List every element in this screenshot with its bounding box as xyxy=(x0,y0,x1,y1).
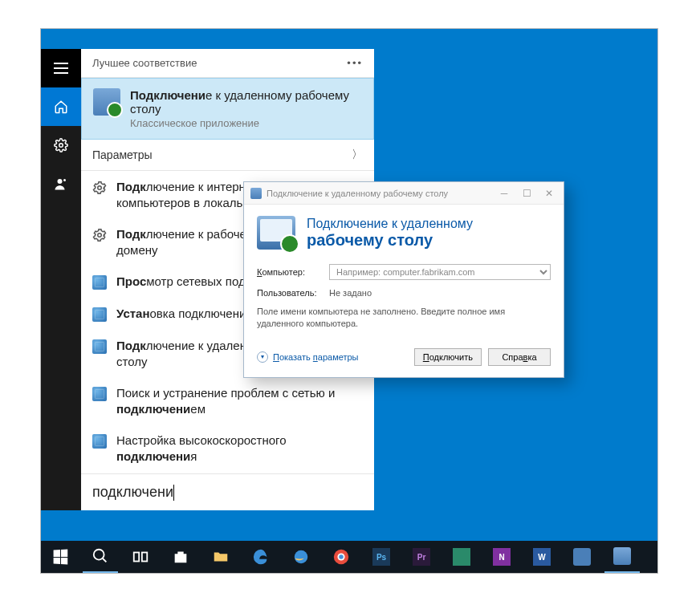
windows-icon xyxy=(54,550,68,565)
close-button[interactable]: ✕ xyxy=(538,185,560,202)
chrome-icon xyxy=(332,548,350,566)
svg-point-12 xyxy=(339,554,344,559)
result-text: Поиск и устранение проблем с сетью и под… xyxy=(116,385,363,416)
net-icon xyxy=(92,434,107,449)
rdp-header-line2: рабочему столу xyxy=(307,231,473,250)
net-icon xyxy=(92,339,107,354)
search-button[interactable] xyxy=(83,541,118,573)
chrome-button[interactable] xyxy=(324,541,359,573)
params-label: Параметры xyxy=(92,148,153,161)
app1-icon xyxy=(453,548,470,566)
user-value: Не задано xyxy=(329,288,372,298)
svg-point-9 xyxy=(295,550,308,564)
home-icon xyxy=(54,99,68,114)
best-match-item[interactable]: Подключение к удаленному рабочему столу … xyxy=(81,78,374,140)
word-icon: W xyxy=(533,548,551,566)
maximize-button[interactable]: ☐ xyxy=(515,185,538,202)
rdp-message: Поле имени компьютера не заполнено. Введ… xyxy=(257,306,551,331)
gear-icon xyxy=(54,138,68,152)
best-match-label: Лучшее соответствие xyxy=(92,57,197,69)
rdp-titlebar[interactable]: Подключение к удаленному рабочему столу … xyxy=(244,182,564,205)
app1-button[interactable] xyxy=(444,541,479,573)
explorer-button[interactable] xyxy=(203,541,238,573)
word-button[interactable]: W xyxy=(524,541,560,573)
svg-rect-8 xyxy=(142,553,147,562)
best-match-header: Лучшее соответствие ••• xyxy=(81,49,374,78)
result-item[interactable]: Настройка высокоскоростного подключения xyxy=(81,424,374,472)
rdp-header-icon xyxy=(257,216,295,250)
sidebar-home[interactable] xyxy=(41,87,81,126)
folder-icon xyxy=(212,548,230,566)
rdp-title-icon xyxy=(250,188,262,199)
chevron-down-icon: ▾ xyxy=(257,351,268,363)
search-text: подключени xyxy=(92,484,173,500)
start-sidebar xyxy=(41,49,81,510)
user-label: Пользователь: xyxy=(257,288,321,298)
edge-button[interactable] xyxy=(243,541,279,573)
rdp-title-text: Подключение к удаленному рабочему столу xyxy=(267,189,448,198)
app2-button[interactable] xyxy=(564,541,600,573)
ie-button[interactable] xyxy=(283,541,319,573)
rdp-header: Подключение к удаленному рабочему столу xyxy=(244,205,564,256)
search-box[interactable]: подключени xyxy=(81,473,374,510)
svg-point-1 xyxy=(58,179,63,184)
best-match-text: Подключение к удаленному рабочему столу … xyxy=(130,88,362,129)
photoshop-button[interactable]: Ps xyxy=(364,541,399,573)
user-icon xyxy=(54,177,68,191)
minimize-button[interactable]: ─ xyxy=(493,185,515,202)
hamburger-menu[interactable] xyxy=(41,49,81,87)
more-icon[interactable]: ••• xyxy=(347,57,363,69)
app2-icon xyxy=(573,548,591,566)
rdp-dialog: Подключение к удаленному рабочему столу … xyxy=(243,181,564,378)
svg-point-4 xyxy=(98,233,102,238)
svg-point-2 xyxy=(63,179,66,181)
result-text: Настройка высокоскоростного подключения xyxy=(116,432,363,464)
chevron-right-icon: 〉 xyxy=(352,148,363,162)
rdp-taskbar-button[interactable] xyxy=(604,541,640,573)
edge-icon xyxy=(252,548,270,566)
onenote-icon: N xyxy=(493,548,511,566)
store-icon xyxy=(172,548,189,566)
taskview-button[interactable] xyxy=(123,541,158,573)
rdp-app-icon xyxy=(93,88,120,116)
ie-icon xyxy=(292,548,310,566)
hamburger-icon xyxy=(54,63,68,74)
svg-point-3 xyxy=(98,186,102,190)
computer-label: Компьютер: xyxy=(257,267,321,277)
gear-icon xyxy=(92,181,107,195)
sidebar-user[interactable] xyxy=(41,164,81,203)
net-icon xyxy=(92,307,107,322)
svg-point-0 xyxy=(59,144,63,148)
rdp-header-line1: Подключение к удаленному xyxy=(307,217,473,231)
svg-rect-7 xyxy=(134,553,139,562)
taskview-icon xyxy=(132,548,149,566)
result-item[interactable]: Поиск и устранение проблем с сетью и под… xyxy=(81,377,374,424)
svg-point-5 xyxy=(94,550,104,560)
gear-icon xyxy=(92,228,107,242)
premiere-button[interactable]: Pr xyxy=(404,541,439,573)
taskbar: Ps Pr N W xyxy=(41,541,657,573)
store-button[interactable] xyxy=(163,541,198,573)
onenote-button[interactable]: N xyxy=(484,541,519,573)
net-icon xyxy=(92,275,107,290)
params-header[interactable]: Параметры 〉 xyxy=(81,140,374,171)
start-button[interactable] xyxy=(43,541,78,573)
svg-line-6 xyxy=(103,558,107,562)
rdp-taskbar-icon xyxy=(613,547,631,565)
premiere-icon: Pr xyxy=(413,548,430,566)
connect-button[interactable]: Подключить xyxy=(414,348,482,366)
photoshop-icon: Ps xyxy=(372,548,390,566)
net-icon xyxy=(92,387,107,401)
computer-input[interactable]: Например: computer.fabrikam.com xyxy=(329,264,551,280)
help-button[interactable]: Справка xyxy=(488,348,551,366)
show-params-link[interactable]: ▾ Показать параметры xyxy=(257,351,408,363)
search-icon xyxy=(92,547,109,565)
sidebar-settings[interactable] xyxy=(41,126,81,164)
